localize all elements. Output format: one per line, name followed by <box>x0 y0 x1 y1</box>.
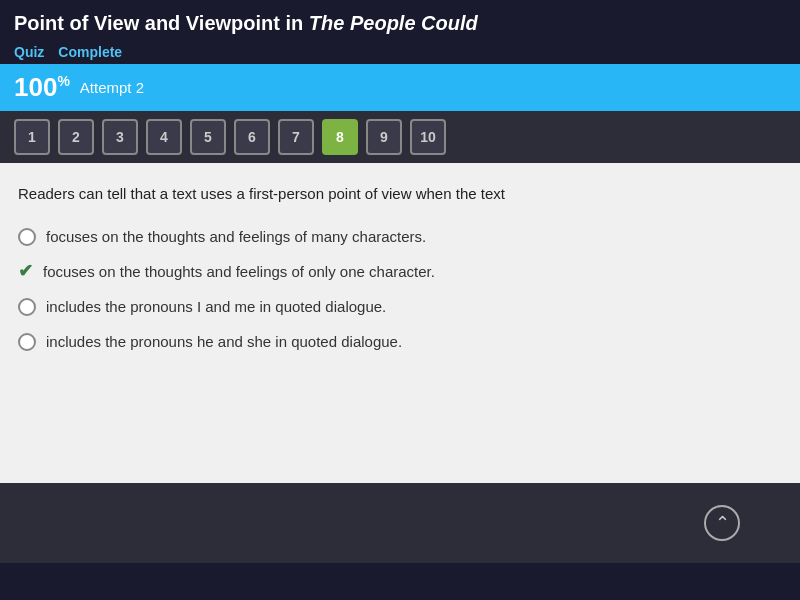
answer-option-a[interactable]: focuses on the thoughts and feelings of … <box>18 226 782 247</box>
radio-a[interactable] <box>18 228 36 246</box>
nav-btn-8[interactable]: 8 <box>322 119 358 155</box>
score-bar: 100% Attempt 2 <box>0 64 800 111</box>
attempt-label: Attempt 2 <box>80 79 144 96</box>
score-value: 100% <box>14 72 70 103</box>
answer-text-c: includes the pronouns I and me in quoted… <box>46 296 386 317</box>
nav-btn-7[interactable]: 7 <box>278 119 314 155</box>
header: Point of View and Viewpoint in The Peopl… <box>0 0 800 40</box>
radio-d[interactable] <box>18 333 36 351</box>
breadcrumb-quiz[interactable]: Quiz <box>14 44 44 60</box>
checkmark-icon: ✔ <box>18 261 33 283</box>
nav-btn-6[interactable]: 6 <box>234 119 270 155</box>
page-title: Point of View and Viewpoint in The Peopl… <box>14 10 786 36</box>
answer-text-a: focuses on the thoughts and feelings of … <box>46 226 426 247</box>
nav-btn-4[interactable]: 4 <box>146 119 182 155</box>
answer-option-c[interactable]: includes the pronouns I and me in quoted… <box>18 296 782 317</box>
nav-btn-2[interactable]: 2 <box>58 119 94 155</box>
answer-text-d: includes the pronouns he and she in quot… <box>46 331 402 352</box>
nav-btn-5[interactable]: 5 <box>190 119 226 155</box>
question-text: Readers can tell that a text uses a firs… <box>18 183 782 206</box>
answer-option-d[interactable]: includes the pronouns he and she in quot… <box>18 331 782 352</box>
question-navigation: 12345678910 <box>0 111 800 163</box>
nav-btn-1[interactable]: 1 <box>14 119 50 155</box>
content-area: Readers can tell that a text uses a firs… <box>0 163 800 483</box>
breadcrumb-complete[interactable]: Complete <box>58 44 122 60</box>
answer-option-b[interactable]: ✔ focuses on the thoughts and feelings o… <box>18 261 782 283</box>
nav-btn-10[interactable]: 10 <box>410 119 446 155</box>
bottom-bar: ⌃ <box>0 483 800 563</box>
radio-c[interactable] <box>18 298 36 316</box>
nav-btn-9[interactable]: 9 <box>366 119 402 155</box>
breadcrumb: Quiz Complete <box>0 40 800 64</box>
answer-text-b: focuses on the thoughts and feelings of … <box>43 261 435 282</box>
nav-btn-3[interactable]: 3 <box>102 119 138 155</box>
scroll-up-button[interactable]: ⌃ <box>704 505 740 541</box>
